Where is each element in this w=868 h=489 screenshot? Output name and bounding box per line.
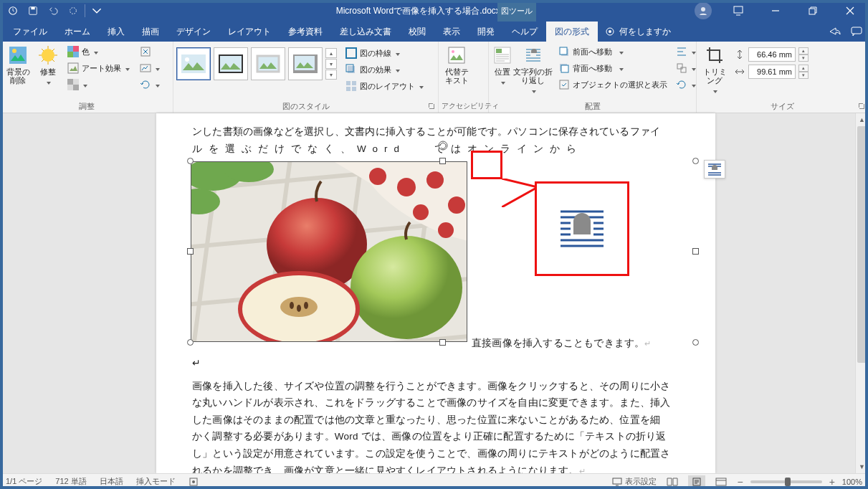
picture-layout-button[interactable]: 図のレイアウト xyxy=(343,79,426,93)
macro-recording-icon[interactable] xyxy=(189,477,199,487)
wrap-text-button[interactable]: 文字列の折 り返し xyxy=(513,43,553,95)
zoom-level[interactable]: 100% xyxy=(842,478,862,486)
height-down-icon[interactable]: ▾ xyxy=(798,54,809,62)
share-icon[interactable] xyxy=(829,27,841,37)
svg-rect-2 xyxy=(31,7,34,10)
tab-review[interactable]: 校閲 xyxy=(400,22,434,42)
group-button[interactable] xyxy=(673,61,699,75)
display-settings-button[interactable]: 表示設定 xyxy=(612,476,657,487)
svg-point-37 xyxy=(452,50,454,53)
svg-rect-41 xyxy=(560,47,567,54)
artistic-effects-button[interactable]: アート効果 xyxy=(65,61,133,75)
zoom-out-icon[interactable]: − xyxy=(737,476,743,488)
rotation-handle-icon[interactable] xyxy=(437,140,449,151)
width-up-icon[interactable]: ▴ xyxy=(798,65,809,72)
vertical-scrollbar[interactable]: ▲ ▼ xyxy=(855,113,868,473)
annotation-highlight-small xyxy=(471,151,502,179)
minimize-icon[interactable] xyxy=(765,0,786,22)
page[interactable]: ンした書類の画像などを選択し、文書内に挿入することが可能です。パソコンに保存され… xyxy=(156,113,715,473)
redo-icon[interactable] xyxy=(63,1,83,21)
scroll-thumb[interactable] xyxy=(857,126,867,363)
svg-rect-15 xyxy=(67,52,73,57)
tab-insert[interactable]: 挿入 xyxy=(99,22,133,42)
print-layout-icon[interactable] xyxy=(688,475,705,488)
read-mode-icon[interactable] xyxy=(664,475,681,488)
status-page[interactable]: 1/1 ページ xyxy=(6,476,42,487)
crop-button[interactable]: トリミング xyxy=(700,43,730,95)
gallery-down-icon[interactable]: ▾ xyxy=(325,59,337,69)
align-button[interactable] xyxy=(673,44,699,59)
corrections-button[interactable]: 修整 xyxy=(33,43,63,86)
zoom-in-icon[interactable]: + xyxy=(829,476,835,488)
zoom-slider[interactable] xyxy=(750,480,822,483)
scroll-down-icon[interactable]: ▼ xyxy=(856,460,868,473)
tab-help[interactable]: ヘルプ xyxy=(503,22,546,42)
position-button[interactable]: 位置 xyxy=(492,43,513,86)
body-text: 画像を挿入した後、サイズや位置の調整を行うことができます。画像をクリックすると、… xyxy=(192,378,695,395)
ribbon-tabstrip: ファイル ホーム 挿入 描画 デザイン レイアウト 参考資料 差し込み文書 校閲… xyxy=(0,22,868,42)
size-dialog-launcher-icon[interactable] xyxy=(858,103,867,111)
gallery-up-icon[interactable]: ▴ xyxy=(325,48,337,58)
reset-picture-button[interactable] xyxy=(137,77,163,92)
picture-effects-button[interactable]: 図の効果 xyxy=(343,62,426,77)
transparency-button[interactable] xyxy=(65,77,133,92)
change-picture-button[interactable] xyxy=(137,61,163,75)
status-language[interactable]: 日本語 xyxy=(100,476,123,487)
save-icon[interactable] xyxy=(23,1,43,21)
picture-border-button[interactable]: 図の枠線 xyxy=(343,46,426,60)
send-backward-button[interactable]: 背面へ移動 xyxy=(555,61,670,75)
tab-draw[interactable]: 描画 xyxy=(133,22,168,42)
compress-pictures-button[interactable] xyxy=(137,44,163,59)
tell-me-search[interactable]: 何をしますか xyxy=(605,22,671,42)
tab-home[interactable]: ホーム xyxy=(56,22,99,42)
svg-point-52 xyxy=(448,196,465,214)
svg-point-11 xyxy=(12,49,16,53)
selection-pane-button[interactable]: オブジェクトの選択と表示 xyxy=(555,77,670,92)
account-avatar-icon[interactable] xyxy=(695,2,712,19)
alt-text-button[interactable]: 代替テ キスト xyxy=(442,43,472,85)
qat-customize-icon[interactable] xyxy=(87,1,107,21)
bring-forward-button[interactable]: 前面へ移動 xyxy=(555,44,670,59)
ribbon-display-options-icon[interactable] xyxy=(728,0,749,22)
tab-references[interactable]: 参考資料 xyxy=(280,22,331,42)
svg-rect-34 xyxy=(346,87,350,91)
width-down-icon[interactable]: ▾ xyxy=(798,72,809,79)
web-layout-icon[interactable] xyxy=(712,475,730,488)
rotate-button[interactable] xyxy=(673,77,699,92)
tab-view[interactable]: 表示 xyxy=(434,22,469,42)
picture-styles-gallery[interactable]: ▴ ▾ ▾ xyxy=(176,43,337,80)
tab-layout[interactable]: レイアウト xyxy=(219,22,280,42)
wrap-text-icon xyxy=(556,206,608,252)
svg-point-23 xyxy=(185,57,189,62)
tab-design[interactable]: デザイン xyxy=(168,22,219,42)
scroll-up-icon[interactable]: ▲ xyxy=(856,113,868,126)
svg-rect-10 xyxy=(9,47,27,64)
svg-point-8 xyxy=(609,30,611,33)
ribbon: 背景の 削除 修整 色 アート効果 調整 xyxy=(0,42,868,113)
close-icon[interactable] xyxy=(839,0,861,22)
body-text: し」という設定が用意されています。この設定を使うことで、画像の周りにテキストがど… xyxy=(192,445,695,462)
styles-dialog-launcher-icon[interactable] xyxy=(428,103,437,111)
gallery-more-icon[interactable]: ▾ xyxy=(325,70,337,80)
tab-picture-format[interactable]: 図の形式 xyxy=(546,22,598,42)
undo-icon[interactable] xyxy=(43,1,63,21)
tab-developer[interactable]: 開発 xyxy=(469,22,503,42)
height-up-icon[interactable]: ▴ xyxy=(798,47,809,54)
tab-file[interactable]: ファイル xyxy=(4,22,56,42)
color-button[interactable]: 色 xyxy=(65,44,133,59)
annotation-highlight-large xyxy=(535,181,629,276)
svg-rect-70 xyxy=(716,478,726,485)
remove-background-button[interactable]: 背景の 削除 xyxy=(3,43,33,85)
autosave-toggle[interactable] xyxy=(3,1,23,21)
comments-icon[interactable] xyxy=(851,27,862,37)
height-field[interactable]: 66.46 mm xyxy=(748,47,796,62)
tab-mailings[interactable]: 差し込み文書 xyxy=(331,22,400,42)
restore-icon[interactable] xyxy=(802,0,824,22)
svg-rect-16 xyxy=(68,63,78,73)
layout-options-icon[interactable] xyxy=(704,160,725,179)
svg-rect-22 xyxy=(181,54,206,73)
status-word-count[interactable]: 712 単語 xyxy=(55,476,86,487)
width-field[interactable]: 99.61 mm xyxy=(748,65,796,79)
svg-point-49 xyxy=(369,168,386,185)
status-insert-mode[interactable]: 挿入モード xyxy=(136,476,176,487)
